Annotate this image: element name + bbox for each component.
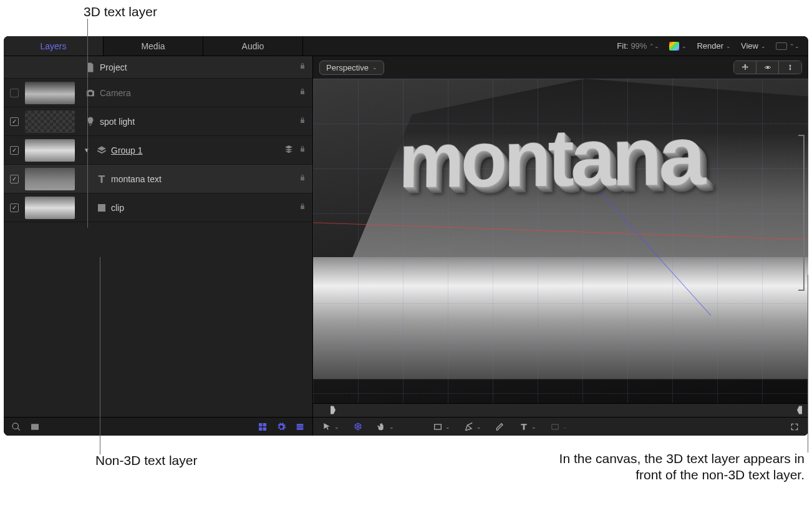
visibility-checkbox[interactable] [10,89,19,97]
tab-layers[interactable]: Layers [4,36,104,56]
view-menu[interactable]: View⌄ [741,41,766,51]
tab-media[interactable]: Media [104,36,203,56]
layer-row-group1[interactable]: ✓ ▼ Group 1 [4,136,312,165]
orbit-3d-button[interactable] [756,61,779,74]
brush-tool[interactable] [495,422,505,432]
color-channel-menu[interactable]: ⌄ [669,42,687,51]
transform-segmented-control [733,61,802,74]
layer-label: Project [100,62,127,72]
camera-icon [85,87,96,99]
color-swatch-icon [776,42,787,50]
text-tool[interactable]: ⌄ [519,422,536,432]
background-color-picker[interactable]: ⌃⌄ [776,42,800,50]
3d-transform-tool[interactable] [353,422,363,432]
visibility-checkbox[interactable]: ✓ [10,203,19,212]
lock-icon[interactable] [299,203,306,212]
layer-row-camera[interactable]: Camera [4,79,312,107]
pen-tool[interactable]: ⌄ [464,422,481,432]
layer-label: montana text [111,174,162,184]
rectangle-tool[interactable]: ⌄ [433,422,450,432]
tab-audio[interactable]: Audio [203,36,303,56]
layer-label: Group 1 [111,145,143,155]
3d-text-icon [96,173,107,185]
app-window: Layers Media Audio Fit: 99% ⌃⌄ ⌄ Render⌄… [4,36,808,436]
layer-row-clip[interactable]: ✓ clip [4,193,312,222]
gear-icon[interactable] [276,422,286,432]
lock-icon[interactable] [299,88,306,97]
canvas-annotation-bracket [798,135,805,291]
filmstrip-icon [96,202,107,213]
hand-tool[interactable]: ⌄ [377,422,394,432]
disclosure-triangle-icon[interactable]: ▼ [81,147,92,154]
fullscreen-toggle[interactable] [790,422,800,432]
dolly-3d-button[interactable] [779,61,801,74]
fit-zoom-menu[interactable]: Fit: 99% ⌃⌄ [617,41,659,51]
camera-view-picker[interactable]: Perspective⌄ [319,61,384,75]
document-icon [85,62,96,73]
layers-stack-icon [96,145,107,156]
layer-thumbnail [25,110,75,133]
checker-toggle-icon[interactable] [258,422,268,432]
frame-icon[interactable] [30,422,40,432]
layer-row-spot-light[interactable]: ✓ spot light [4,107,312,136]
visibility-checkbox[interactable]: ✓ [10,175,19,183]
layer-row-project[interactable]: Project [4,56,312,79]
lock-icon[interactable] [299,174,306,183]
stack-view-icon[interactable] [295,422,305,432]
svg-rect-2 [552,424,559,429]
lock-icon[interactable] [299,117,306,126]
canvas-toolbar-bottom: ⌄ ⌄ ⌄ ⌄ ⌄ ⌄ [313,417,808,436]
3d-group-icon [284,144,294,156]
3d-text-object[interactable]: montana [399,107,703,205]
pan-3d-button[interactable] [734,61,756,74]
playhead-end-icon[interactable] [797,406,802,414]
lock-icon[interactable] [299,62,306,72]
playhead-start-icon[interactable] [331,406,336,414]
layer-label: Camera [100,88,131,98]
visibility-checkbox[interactable]: ✓ [10,117,19,126]
layer-label: spot light [100,117,135,127]
sidebar-footer [4,417,312,436]
canvas-viewport[interactable]: montana [313,79,808,403]
layer-label: clip [111,203,124,213]
svg-rect-1 [435,424,442,429]
lock-icon[interactable] [299,145,306,155]
rainbow-swatch-icon [669,42,679,51]
canvas-panel: Perspective⌄ montana [313,56,808,436]
lightbulb-icon [85,116,96,127]
layer-thumbnail [25,82,75,104]
search-icon[interactable] [11,422,21,432]
canvas-ground-plane [313,257,808,379]
layers-sidebar: Project Camera ✓ spot light ✓ [4,56,313,436]
layer-row-montana-text[interactable]: ✓ montana text [4,165,312,193]
layer-thumbnail [25,139,75,162]
top-tab-bar: Layers Media Audio Fit: 99% ⌃⌄ ⌄ Render⌄… [4,36,808,56]
annotation-canvas-3d-front: In the canvas, the 3D text layer appears… [536,451,805,484]
select-tool[interactable]: ⌄ [322,422,339,432]
annotation-3d-text-layer: 3D text layer [84,4,157,20]
annotation-non3d-text-layer: Non-3D text layer [95,452,197,469]
layer-thumbnail [25,168,75,190]
visibility-checkbox[interactable]: ✓ [10,146,19,155]
mini-timeline[interactable] [313,403,808,417]
mask-tool[interactable]: ⌄ [550,422,568,432]
layer-thumbnail [25,197,75,219]
render-menu[interactable]: Render⌄ [697,41,731,51]
svg-point-0 [766,66,769,69]
